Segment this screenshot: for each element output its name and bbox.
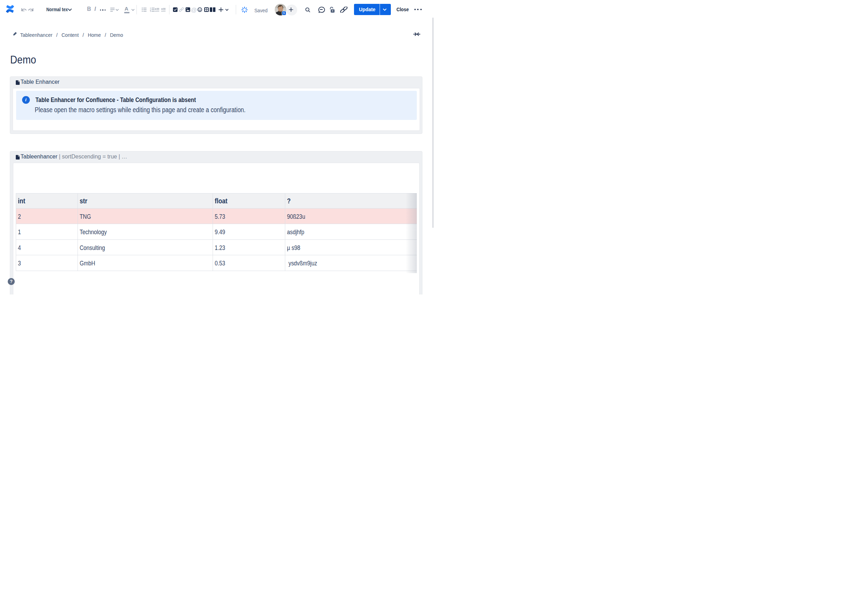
svg-text:3: 3 bbox=[150, 10, 151, 12]
